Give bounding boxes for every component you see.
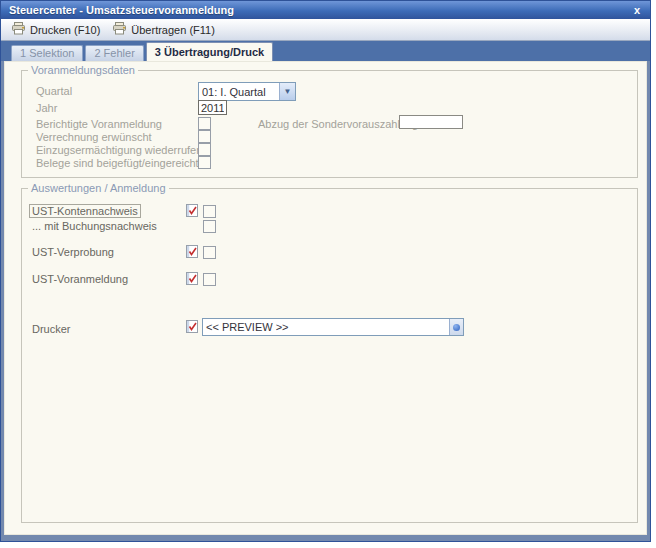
tab-selektion[interactable]: 1 Selektion xyxy=(11,45,83,61)
group-voranmeldungsdaten: Voranmeldungsdaten Quartal 01: I. Quarta… xyxy=(21,70,638,178)
sphere-icon xyxy=(453,324,460,331)
verrechnung-erwuenscht-checkbox[interactable] xyxy=(198,130,211,143)
einzugsermaechtigung-checkbox[interactable] xyxy=(198,143,211,156)
berichtigte-voranmeldung-label: Berichtigte Voranmeldung xyxy=(36,118,162,130)
chevron-down-icon[interactable]: ▼ xyxy=(279,83,295,100)
berichtigte-voranmeldung-checkbox[interactable] xyxy=(198,117,211,130)
document-check-icon[interactable] xyxy=(186,245,198,258)
window-title: Steuercenter - Umsatzsteuervoranmeldung xyxy=(9,4,632,16)
belege-beigefuegt-checkbox[interactable] xyxy=(198,156,211,169)
titlebar[interactable]: Steuercenter - Umsatzsteuervoranmeldung … xyxy=(1,1,650,19)
ust-voranmeldung-checkbox[interactable] xyxy=(203,273,216,286)
page-uebertragung-druck: Voranmeldungsdaten Quartal 01: I. Quarta… xyxy=(4,61,647,535)
printer-icon xyxy=(112,22,127,37)
quartal-selected-value: 01: I. Quartal xyxy=(199,86,279,98)
transmit-button-label: Übertragen (F11) xyxy=(131,24,215,36)
document-check-icon[interactable] xyxy=(186,320,198,333)
drucker-selected-value: << PREVIEW >> xyxy=(203,321,449,333)
group-auswertungen-anmeldung: Auswertungen / Anmeldung UST-Kontennachw… xyxy=(21,188,638,523)
transmit-button[interactable]: Übertragen (F11) xyxy=(106,20,221,39)
print-button-label: Drucken (F10) xyxy=(30,24,100,36)
ust-verprobung-label: UST-Verprobung xyxy=(32,246,114,258)
jahr-input[interactable] xyxy=(198,100,227,115)
quartal-select[interactable]: 01: I. Quartal ▼ xyxy=(198,82,296,101)
printer-combo-button[interactable] xyxy=(449,319,463,335)
verrechnung-erwuenscht-label: Verrechnung erwünscht xyxy=(36,131,152,143)
drucker-select[interactable]: << PREVIEW >> xyxy=(202,318,464,336)
print-button[interactable]: Drucken (F10) xyxy=(5,20,106,39)
jahr-label: Jahr xyxy=(36,102,57,114)
drucker-label: Drucker xyxy=(32,323,71,335)
abzug-sondervorauszahlung-label: Abzug der Sondervorauszahlung xyxy=(258,118,418,130)
toolbar: Drucken (F10) Übertragen (F11) xyxy=(1,19,650,41)
mit-buchungsnachweis-checkbox[interactable] xyxy=(203,220,216,233)
tab-bar: 1 Selektion 2 Fehler 3 Übertragung/Druck xyxy=(1,41,650,61)
document-check-icon[interactable] xyxy=(186,272,198,285)
ust-kontennachweis-checkbox[interactable] xyxy=(203,205,216,218)
application-window: Steuercenter - Umsatzsteuervoranmeldung … xyxy=(0,0,651,542)
group-voranmeldungsdaten-legend: Voranmeldungsdaten xyxy=(28,64,138,76)
abzug-sondervorauszahlung-input[interactable] xyxy=(399,115,463,129)
mit-buchungsnachweis-label: ... mit Buchungsnachweis xyxy=(32,220,157,232)
ust-voranmeldung-label: UST-Voranmeldung xyxy=(32,273,128,285)
document-check-icon[interactable] xyxy=(186,204,198,217)
close-icon[interactable]: x xyxy=(632,4,642,16)
tab-fehler[interactable]: 2 Fehler xyxy=(85,45,143,61)
belege-beigefuegt-label: Belege sind beigefügt/eingereicht xyxy=(36,157,199,169)
ust-verprobung-checkbox[interactable] xyxy=(203,246,216,259)
einzugsermaechtigung-label: Einzugsermächtigung wiederrufen xyxy=(36,144,202,156)
printer-icon xyxy=(11,22,26,37)
quartal-label: Quartal xyxy=(36,85,72,97)
tab-uebertragung-druck[interactable]: 3 Übertragung/Druck xyxy=(146,42,273,61)
group-auswertungen-legend: Auswertungen / Anmeldung xyxy=(28,182,169,194)
ust-kontennachweis-label[interactable]: UST-Kontennachweis xyxy=(29,204,141,218)
